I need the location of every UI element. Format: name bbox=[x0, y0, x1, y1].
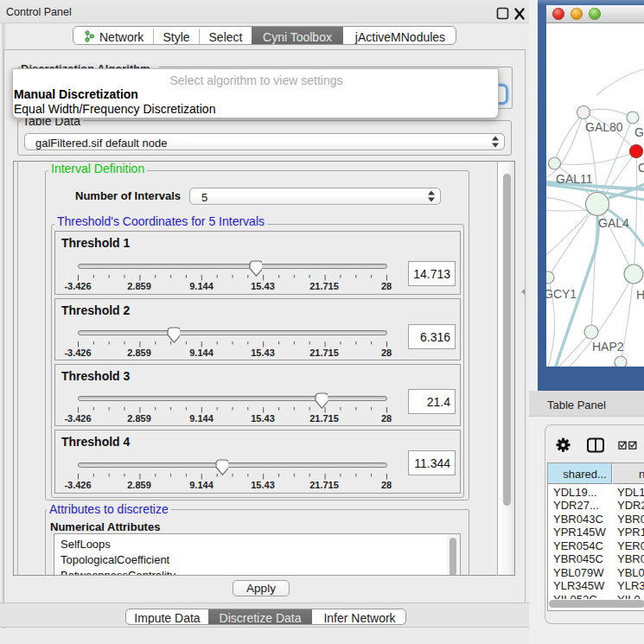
svg-text:C: C bbox=[638, 161, 644, 175]
svg-text:GAL4: GAL4 bbox=[598, 216, 629, 230]
svg-text:GA: GA bbox=[634, 125, 644, 139]
svg-text:GCY1: GCY1 bbox=[546, 287, 577, 301]
svg-text:GAL80: GAL80 bbox=[585, 120, 623, 134]
svg-text:HAP2: HAP2 bbox=[592, 340, 624, 354]
svg-text:H: H bbox=[636, 288, 644, 302]
svg-text:GAL11: GAL11 bbox=[556, 172, 593, 186]
